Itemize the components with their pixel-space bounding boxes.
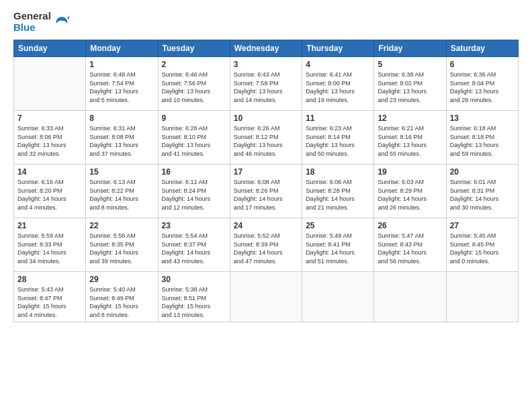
day-number: 1 bbox=[89, 60, 154, 69]
day-info: Sunrise: 5:45 AMSunset: 8:45 PMDaylight:… bbox=[450, 232, 515, 265]
day-number: 13 bbox=[450, 113, 515, 123]
calendar-cell: 3Sunrise: 6:43 AMSunset: 7:58 PMDaylight… bbox=[230, 57, 302, 111]
day-number: 16 bbox=[162, 167, 226, 177]
calendar-cell: 10Sunrise: 6:26 AMSunset: 8:12 PMDayligh… bbox=[230, 111, 302, 165]
day-info: Sunrise: 6:03 AMSunset: 8:29 PMDaylight:… bbox=[378, 178, 442, 212]
day-number: 6 bbox=[450, 60, 515, 69]
calendar-cell: 6Sunrise: 6:36 AMSunset: 8:04 PMDaylight… bbox=[446, 57, 518, 111]
col-sunday: Sunday bbox=[14, 40, 86, 57]
day-number: 7 bbox=[17, 113, 82, 123]
calendar-cell: 17Sunrise: 6:08 AMSunset: 8:26 PMDayligh… bbox=[230, 165, 302, 218]
day-info: Sunrise: 6:01 AMSunset: 8:31 PMDaylight:… bbox=[450, 178, 515, 212]
calendar-cell: 23Sunrise: 5:54 AMSunset: 8:37 PMDayligh… bbox=[158, 218, 230, 272]
day-info: Sunrise: 6:08 AMSunset: 8:26 PMDaylight:… bbox=[234, 178, 298, 212]
logo-bird-icon bbox=[54, 14, 70, 30]
day-number: 22 bbox=[89, 221, 154, 230]
day-info: Sunrise: 6:28 AMSunset: 8:10 PMDaylight:… bbox=[162, 124, 226, 158]
calendar-cell: 24Sunrise: 5:52 AMSunset: 8:39 PMDayligh… bbox=[230, 218, 302, 272]
day-info: Sunrise: 5:59 AMSunset: 8:33 PMDaylight:… bbox=[17, 232, 82, 265]
day-info: Sunrise: 5:54 AMSunset: 8:37 PMDaylight:… bbox=[162, 232, 226, 265]
day-info: Sunrise: 6:46 AMSunset: 7:56 PMDaylight:… bbox=[162, 71, 226, 104]
day-info: Sunrise: 5:40 AMSunset: 8:49 PMDaylight:… bbox=[89, 285, 154, 319]
day-number: 18 bbox=[306, 167, 370, 177]
calendar-table: Sunday Monday Tuesday Wednesday Thursday… bbox=[13, 40, 519, 322]
calendar-cell: 14Sunrise: 6:16 AMSunset: 8:20 PMDayligh… bbox=[14, 165, 86, 218]
day-info: Sunrise: 5:43 AMSunset: 8:47 PMDaylight:… bbox=[17, 285, 82, 319]
calendar-cell: 30Sunrise: 5:38 AMSunset: 8:51 PMDayligh… bbox=[158, 272, 230, 322]
col-monday: Monday bbox=[86, 40, 158, 57]
calendar-cell: 25Sunrise: 5:49 AMSunset: 8:41 PMDayligh… bbox=[302, 218, 374, 272]
day-info: Sunrise: 6:38 AMSunset: 8:02 PMDaylight:… bbox=[378, 71, 442, 104]
calendar-cell: 4Sunrise: 6:41 AMSunset: 8:00 PMDaylight… bbox=[302, 57, 374, 111]
calendar-cell bbox=[302, 272, 374, 322]
col-thursday: Thursday bbox=[302, 40, 374, 57]
calendar-cell: 12Sunrise: 6:21 AMSunset: 8:16 PMDayligh… bbox=[374, 111, 446, 165]
col-tuesday: Tuesday bbox=[158, 40, 230, 57]
day-info: Sunrise: 6:36 AMSunset: 8:04 PMDaylight:… bbox=[450, 71, 515, 104]
day-number: 11 bbox=[306, 113, 370, 123]
calendar-cell: 19Sunrise: 6:03 AMSunset: 8:29 PMDayligh… bbox=[374, 165, 446, 218]
day-info: Sunrise: 6:23 AMSunset: 8:14 PMDaylight:… bbox=[306, 124, 370, 158]
calendar-cell bbox=[446, 272, 518, 322]
day-info: Sunrise: 6:43 AMSunset: 7:58 PMDaylight:… bbox=[234, 71, 298, 104]
day-number: 24 bbox=[234, 221, 298, 230]
day-number: 10 bbox=[234, 113, 298, 123]
day-number: 20 bbox=[450, 167, 515, 177]
day-number: 4 bbox=[306, 60, 370, 69]
calendar-cell: 27Sunrise: 5:45 AMSunset: 8:45 PMDayligh… bbox=[446, 218, 518, 272]
day-number: 8 bbox=[89, 113, 154, 123]
day-number: 19 bbox=[378, 167, 442, 177]
day-number: 27 bbox=[450, 221, 515, 230]
day-info: Sunrise: 5:52 AMSunset: 8:39 PMDaylight:… bbox=[234, 232, 298, 265]
day-info: Sunrise: 6:16 AMSunset: 8:20 PMDaylight:… bbox=[17, 178, 82, 212]
day-number: 5 bbox=[378, 60, 442, 69]
calendar-cell: 15Sunrise: 6:13 AMSunset: 8:22 PMDayligh… bbox=[86, 165, 158, 218]
day-info: Sunrise: 5:56 AMSunset: 8:35 PMDaylight:… bbox=[89, 232, 154, 265]
header: General Blue bbox=[13, 11, 519, 33]
calendar-cell: 7Sunrise: 6:33 AMSunset: 8:06 PMDaylight… bbox=[14, 111, 86, 165]
calendar-cell bbox=[374, 272, 446, 322]
day-number: 3 bbox=[234, 60, 298, 69]
calendar-cell: 9Sunrise: 6:28 AMSunset: 8:10 PMDaylight… bbox=[158, 111, 230, 165]
logo-blue: Blue bbox=[13, 22, 51, 34]
day-number: 2 bbox=[162, 60, 226, 69]
day-number: 14 bbox=[17, 167, 82, 177]
day-number: 25 bbox=[306, 221, 370, 230]
calendar-cell bbox=[230, 272, 302, 322]
day-info: Sunrise: 6:06 AMSunset: 8:28 PMDaylight:… bbox=[306, 178, 370, 212]
logo-general: General bbox=[13, 11, 51, 22]
day-number: 12 bbox=[378, 113, 442, 123]
day-number: 15 bbox=[89, 167, 154, 177]
calendar-cell: 13Sunrise: 6:18 AMSunset: 8:18 PMDayligh… bbox=[446, 111, 518, 165]
day-info: Sunrise: 6:18 AMSunset: 8:18 PMDaylight:… bbox=[450, 124, 515, 158]
logo: General Blue bbox=[13, 11, 70, 33]
day-number: 9 bbox=[162, 113, 226, 123]
day-info: Sunrise: 6:41 AMSunset: 8:00 PMDaylight:… bbox=[306, 71, 370, 104]
calendar-cell: 16Sunrise: 6:11 AMSunset: 8:24 PMDayligh… bbox=[158, 165, 230, 218]
day-info: Sunrise: 6:11 AMSunset: 8:24 PMDaylight:… bbox=[162, 178, 226, 212]
day-info: Sunrise: 6:21 AMSunset: 8:16 PMDaylight:… bbox=[378, 124, 442, 158]
day-info: Sunrise: 6:13 AMSunset: 8:22 PMDaylight:… bbox=[89, 178, 154, 212]
day-info: Sunrise: 6:31 AMSunset: 8:08 PMDaylight:… bbox=[89, 124, 154, 158]
day-number: 30 bbox=[162, 275, 226, 284]
day-number: 29 bbox=[89, 275, 154, 284]
day-number: 21 bbox=[17, 221, 82, 230]
day-info: Sunrise: 6:26 AMSunset: 8:12 PMDaylight:… bbox=[234, 124, 298, 158]
calendar-cell: 18Sunrise: 6:06 AMSunset: 8:28 PMDayligh… bbox=[302, 165, 374, 218]
calendar-cell: 26Sunrise: 5:47 AMSunset: 8:43 PMDayligh… bbox=[374, 218, 446, 272]
day-info: Sunrise: 5:47 AMSunset: 8:43 PMDaylight:… bbox=[378, 232, 442, 265]
day-info: Sunrise: 5:49 AMSunset: 8:41 PMDaylight:… bbox=[306, 232, 370, 265]
calendar-cell: 8Sunrise: 6:31 AMSunset: 8:08 PMDaylight… bbox=[86, 111, 158, 165]
calendar-cell: 11Sunrise: 6:23 AMSunset: 8:14 PMDayligh… bbox=[302, 111, 374, 165]
day-info: Sunrise: 6:33 AMSunset: 8:06 PMDaylight:… bbox=[17, 124, 82, 158]
day-info: Sunrise: 6:48 AMSunset: 7:54 PMDaylight:… bbox=[89, 71, 154, 104]
calendar-cell: 1Sunrise: 6:48 AMSunset: 7:54 PMDaylight… bbox=[86, 57, 158, 111]
day-number: 26 bbox=[378, 221, 442, 230]
day-info: Sunrise: 5:38 AMSunset: 8:51 PMDaylight:… bbox=[162, 285, 226, 319]
calendar-cell: 29Sunrise: 5:40 AMSunset: 8:49 PMDayligh… bbox=[86, 272, 158, 322]
day-number: 23 bbox=[162, 221, 226, 230]
day-number: 17 bbox=[234, 167, 298, 177]
col-friday: Friday bbox=[374, 40, 446, 57]
calendar-cell: 21Sunrise: 5:59 AMSunset: 8:33 PMDayligh… bbox=[14, 218, 86, 272]
calendar-cell: 5Sunrise: 6:38 AMSunset: 8:02 PMDaylight… bbox=[374, 57, 446, 111]
